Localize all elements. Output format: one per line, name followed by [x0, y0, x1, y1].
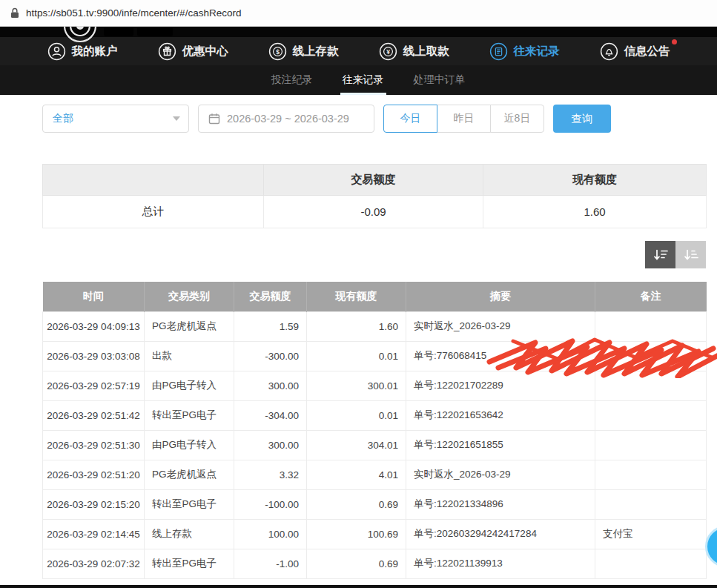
header-type: 交易类别: [145, 282, 234, 311]
svg-text:¥: ¥: [386, 47, 390, 55]
cell-summary: 单号:122021334896: [406, 489, 595, 519]
cell-summary: 单号:202603294242417284: [406, 519, 595, 549]
summary-table: 交易额度 现有额度 总计 -0.09 1.60: [42, 164, 707, 228]
sort-ascending-icon: [683, 248, 699, 262]
tab-betting-records[interactable]: 投注纪录: [269, 65, 315, 95]
cell-time: 2026-03-29 02:51:30: [43, 430, 145, 460]
cell-time: 2026-03-29 02:51:20: [43, 460, 145, 489]
search-button[interactable]: 查询: [553, 105, 611, 133]
lock-icon: [10, 7, 19, 19]
cell-amount: 1.59: [234, 311, 307, 341]
record-row: 2026-03-29 02:14:45 线上存款 100.00 100.69 单…: [43, 519, 707, 549]
tab-transaction-records[interactable]: 往来记录: [340, 65, 386, 95]
cell-balance: 1.60: [307, 311, 406, 341]
cell-balance: 304.01: [307, 430, 406, 460]
record-row: 2026-03-29 02:51:20 PG老虎机返点 3.32 4.01 实时…: [43, 460, 707, 489]
cell-remark: [595, 430, 707, 460]
nav-item-announcements[interactable]: 信息公告: [600, 42, 670, 61]
deposit-coin-icon: $: [268, 42, 287, 61]
summary-header-balance: 现有额度: [483, 165, 707, 196]
cell-time: 2026-03-29 02:15:20: [43, 489, 145, 519]
button-label: 今日: [400, 112, 421, 125]
cell-type: 由PG电子转入: [145, 430, 234, 460]
cell-amount: -300.00: [234, 341, 307, 371]
header-time: 时间: [43, 282, 145, 311]
filter-row: 全部 2026-03-29 ~ 2026-03-29 今日 昨日: [42, 105, 717, 133]
cell-type: PG老虎机返点: [145, 311, 234, 341]
cell-amount: -100.00: [234, 489, 307, 519]
calendar-icon: [208, 113, 220, 125]
nav-item-withdraw[interactable]: ¥ 线上取款: [379, 42, 449, 61]
cell-type: 线上存款: [145, 519, 234, 549]
notification-badge: [672, 39, 677, 44]
bell-icon: [600, 42, 618, 61]
cell-remark: [595, 400, 707, 430]
cell-summary: 实时返水_2026-03-29: [406, 460, 595, 489]
cell-remark: [595, 489, 707, 519]
cell-amount: 300.00: [234, 430, 307, 460]
summary-header-blank: [43, 165, 264, 196]
record-row: 2026-03-29 02:15:20 转出至PG电子 -100.00 0.69…: [43, 489, 707, 519]
nav-item-deposit[interactable]: $ 线上存款: [268, 42, 339, 61]
record-row: 2026-03-29 03:03:08 出款 -300.00 0.01 单号:7…: [43, 341, 707, 371]
site-logo: [58, 27, 176, 49]
cell-balance: 0.69: [307, 549, 406, 578]
summary-header-transaction: 交易额度: [264, 165, 483, 196]
date-range-input[interactable]: 2026-03-29 ~ 2026-03-29: [198, 105, 374, 133]
cell-summary: 单号:122021651855: [406, 430, 595, 460]
cell-balance: 300.01: [307, 371, 406, 400]
cell-amount: 100.00: [234, 519, 307, 549]
records-body: 2026-03-29 04:09:13 PG老虎机返点 1.59 1.60 实时…: [43, 311, 707, 578]
nav-item-transaction-records[interactable]: 往来记录: [489, 42, 560, 61]
tab-label: 投注纪录: [271, 73, 313, 87]
records-table: 时间 交易类别 交易额度 现有额度 摘要 备注 2026-03-29 04:09…: [42, 282, 707, 579]
nav-label: 信息公告: [624, 44, 670, 59]
record-row: 2026-03-29 02:07:32 转出至PG电子 -1.00 0.69 单…: [43, 549, 707, 578]
tab-processing-orders[interactable]: 处理中订单: [412, 65, 468, 95]
last-8-days-button[interactable]: 近8日: [490, 105, 544, 133]
today-button[interactable]: 今日: [383, 105, 437, 133]
record-row: 2026-03-29 04:09:13 PG老虎机返点 1.59 1.60 实时…: [43, 311, 707, 341]
records-header: 时间 交易类别 交易额度 现有额度 摘要 备注: [43, 282, 707, 311]
record-list-icon: [489, 42, 508, 61]
bottom-edge: [0, 585, 717, 588]
cell-remark: [595, 371, 707, 400]
withdraw-coin-icon: ¥: [379, 42, 397, 61]
header-remark: 备注: [595, 282, 707, 311]
cell-time: 2026-03-29 02:07:32: [43, 549, 145, 578]
browser-address-bar[interactable]: https://sb051.tv:9900/infe/mcenter/#/cas…: [0, 0, 717, 27]
cell-time: 2026-03-29 02:51:42: [43, 400, 145, 430]
cell-remark: [595, 311, 707, 341]
sort-ascending-button[interactable]: [675, 241, 706, 268]
type-select-value: 全部: [53, 112, 73, 125]
cell-summary: 实时返水_2026-03-29: [406, 311, 595, 341]
nav-label: 线上存款: [293, 44, 339, 59]
header-balance: 现有额度: [307, 282, 406, 311]
sort-descending-icon: [652, 248, 669, 262]
cell-type: 转出至PG电子: [145, 549, 234, 578]
sub-nav: 投注纪录 往来记录 处理中订单: [0, 65, 717, 95]
sort-descending-button[interactable]: [645, 241, 675, 268]
cell-remark: [595, 341, 707, 371]
cell-summary: 单号:122021653642: [406, 400, 595, 430]
cell-time: 2026-03-29 03:03:08: [43, 341, 145, 371]
button-label: 昨日: [454, 112, 475, 125]
site-header: 我的账户 优惠中心 $ 线上存款: [0, 27, 717, 65]
type-select[interactable]: 全部: [42, 105, 189, 133]
cell-amount: -304.00: [234, 400, 307, 430]
record-row: 2026-03-29 02:51:30 由PG电子转入 300.00 304.0…: [43, 430, 707, 460]
cell-balance: 100.69: [307, 519, 406, 549]
cell-balance: 0.69: [307, 489, 406, 519]
main-content: 全部 2026-03-29 ~ 2026-03-29 今日 昨日: [0, 95, 717, 579]
cell-type: 由PG电子转入: [145, 371, 234, 400]
cell-summary: 单号:122021139913: [406, 549, 595, 578]
cell-type: 转出至PG电子: [145, 400, 234, 430]
cell-type: PG老虎机返点: [145, 460, 234, 489]
nav-label: 优惠中心: [182, 44, 228, 59]
cell-summary: 单号:122021702289: [406, 371, 595, 400]
yesterday-button[interactable]: 昨日: [437, 105, 491, 133]
summary-total-label: 总计: [43, 196, 264, 228]
cell-remark: [595, 549, 707, 578]
cell-remark: 支付宝: [595, 519, 707, 549]
cell-type: 出款: [145, 341, 234, 371]
